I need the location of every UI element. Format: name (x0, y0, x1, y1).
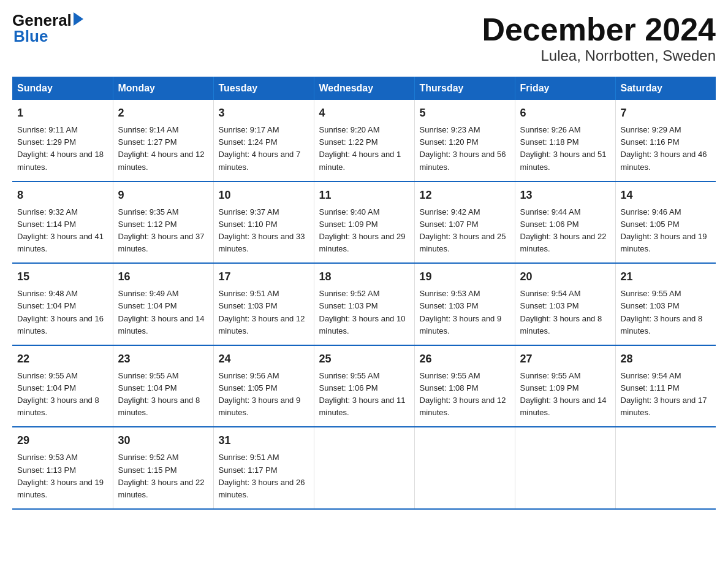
calendar-cell (515, 427, 615, 509)
calendar-cell: 7Sunrise: 9:29 AMSunset: 1:16 PMDaylight… (615, 100, 716, 182)
calendar-cell: 31Sunrise: 9:51 AMSunset: 1:17 PMDayligh… (213, 427, 314, 509)
calendar-cell: 12Sunrise: 9:42 AMSunset: 1:07 PMDayligh… (414, 182, 515, 264)
day-info: Sunrise: 9:44 AMSunset: 1:06 PMDaylight:… (520, 206, 610, 256)
day-info: Sunrise: 9:54 AMSunset: 1:11 PMDaylight:… (621, 370, 711, 419)
day-info: Sunrise: 9:17 AMSunset: 1:24 PMDaylight:… (219, 124, 309, 174)
day-number: 3 (219, 105, 309, 121)
day-info: Sunrise: 9:46 AMSunset: 1:05 PMDaylight:… (621, 206, 711, 256)
calendar-cell: 16Sunrise: 9:49 AMSunset: 1:04 PMDayligh… (113, 263, 213, 345)
day-info: Sunrise: 9:51 AMSunset: 1:17 PMDaylight:… (219, 451, 309, 501)
header-day-sunday: Sunday (12, 77, 113, 100)
day-info: Sunrise: 9:53 AMSunset: 1:03 PMDaylight:… (420, 288, 510, 337)
calendar-cell: 3Sunrise: 9:17 AMSunset: 1:24 PMDaylight… (213, 100, 314, 182)
calendar-cell: 18Sunrise: 9:52 AMSunset: 1:03 PMDayligh… (314, 263, 414, 345)
calendar-week-row: 15Sunrise: 9:48 AMSunset: 1:04 PMDayligh… (12, 263, 716, 345)
day-number: 1 (17, 105, 108, 121)
header-day-saturday: Saturday (615, 77, 716, 100)
day-number: 29 (17, 432, 108, 449)
calendar-cell: 17Sunrise: 9:51 AMSunset: 1:03 PMDayligh… (213, 263, 314, 345)
calendar-cell: 1Sunrise: 9:11 AMSunset: 1:29 PMDaylight… (12, 100, 113, 182)
calendar-cell: 20Sunrise: 9:54 AMSunset: 1:03 PMDayligh… (515, 263, 615, 345)
day-number: 26 (420, 351, 510, 367)
header-day-thursday: Thursday (414, 77, 515, 100)
day-number: 28 (621, 351, 711, 367)
calendar-cell: 29Sunrise: 9:53 AMSunset: 1:13 PMDayligh… (12, 427, 113, 509)
day-info: Sunrise: 9:55 AMSunset: 1:06 PMDaylight:… (319, 370, 409, 419)
day-number: 25 (319, 351, 409, 367)
day-number: 21 (621, 269, 711, 285)
day-number: 10 (219, 187, 309, 204)
day-info: Sunrise: 9:53 AMSunset: 1:13 PMDaylight:… (17, 451, 108, 501)
page-header: General Blue December 2024 Lulea, Norrbo… (12, 12, 716, 64)
calendar-cell (314, 427, 414, 509)
day-info: Sunrise: 9:32 AMSunset: 1:14 PMDaylight:… (17, 206, 108, 256)
calendar-cell: 25Sunrise: 9:55 AMSunset: 1:06 PMDayligh… (314, 345, 414, 427)
day-number: 6 (520, 105, 610, 121)
day-number: 18 (319, 269, 409, 285)
day-info: Sunrise: 9:52 AMSunset: 1:15 PMDaylight:… (118, 451, 208, 501)
calendar-cell: 4Sunrise: 9:20 AMSunset: 1:22 PMDaylight… (314, 100, 414, 182)
calendar-title: December 2024 (482, 12, 716, 47)
calendar-cell: 27Sunrise: 9:55 AMSunset: 1:09 PMDayligh… (515, 345, 615, 427)
logo-general-text: General (12, 12, 72, 28)
day-info: Sunrise: 9:55 AMSunset: 1:08 PMDaylight:… (420, 370, 510, 419)
calendar-cell: 15Sunrise: 9:48 AMSunset: 1:04 PMDayligh… (12, 263, 113, 345)
day-info: Sunrise: 9:56 AMSunset: 1:05 PMDaylight:… (219, 370, 309, 419)
day-number: 23 (118, 351, 208, 367)
calendar-cell: 2Sunrise: 9:14 AMSunset: 1:27 PMDaylight… (113, 100, 213, 182)
day-info: Sunrise: 9:37 AMSunset: 1:10 PMDaylight:… (219, 206, 309, 256)
day-info: Sunrise: 9:48 AMSunset: 1:04 PMDaylight:… (17, 288, 108, 337)
calendar-cell: 22Sunrise: 9:55 AMSunset: 1:04 PMDayligh… (12, 345, 113, 427)
day-info: Sunrise: 9:35 AMSunset: 1:12 PMDaylight:… (118, 206, 208, 256)
calendar-week-row: 29Sunrise: 9:53 AMSunset: 1:13 PMDayligh… (12, 427, 716, 509)
header-day-tuesday: Tuesday (213, 77, 314, 100)
day-number: 2 (118, 105, 208, 121)
day-number: 4 (319, 105, 409, 121)
calendar-cell: 8Sunrise: 9:32 AMSunset: 1:14 PMDaylight… (12, 182, 113, 264)
title-block: December 2024 Lulea, Norrbotten, Sweden (482, 12, 716, 64)
day-info: Sunrise: 9:55 AMSunset: 1:04 PMDaylight:… (118, 370, 208, 419)
calendar-header-row: SundayMondayTuesdayWednesdayThursdayFrid… (12, 77, 716, 100)
day-info: Sunrise: 9:55 AMSunset: 1:04 PMDaylight:… (17, 370, 108, 419)
day-number: 14 (621, 187, 711, 204)
day-number: 9 (118, 187, 208, 204)
logo-blue-text: Blue (13, 27, 48, 45)
day-number: 16 (118, 269, 208, 285)
day-info: Sunrise: 9:49 AMSunset: 1:04 PMDaylight:… (118, 288, 208, 337)
day-number: 24 (219, 351, 309, 367)
logo: General Blue (12, 12, 83, 44)
calendar-cell (414, 427, 515, 509)
day-number: 7 (621, 105, 711, 121)
day-number: 15 (17, 269, 108, 285)
day-info: Sunrise: 9:55 AMSunset: 1:03 PMDaylight:… (621, 288, 711, 337)
calendar-cell: 13Sunrise: 9:44 AMSunset: 1:06 PMDayligh… (515, 182, 615, 264)
calendar-cell: 6Sunrise: 9:26 AMSunset: 1:18 PMDaylight… (515, 100, 615, 182)
calendar-cell: 28Sunrise: 9:54 AMSunset: 1:11 PMDayligh… (615, 345, 716, 427)
day-number: 11 (319, 187, 409, 204)
calendar-cell: 11Sunrise: 9:40 AMSunset: 1:09 PMDayligh… (314, 182, 414, 264)
day-number: 22 (17, 351, 108, 367)
calendar-cell: 5Sunrise: 9:23 AMSunset: 1:20 PMDaylight… (414, 100, 515, 182)
day-info: Sunrise: 9:20 AMSunset: 1:22 PMDaylight:… (319, 124, 409, 174)
calendar-week-row: 8Sunrise: 9:32 AMSunset: 1:14 PMDaylight… (12, 182, 716, 264)
calendar-cell: 21Sunrise: 9:55 AMSunset: 1:03 PMDayligh… (615, 263, 716, 345)
calendar-table: SundayMondayTuesdayWednesdayThursdayFrid… (12, 77, 716, 510)
day-number: 13 (520, 187, 610, 204)
calendar-cell: 19Sunrise: 9:53 AMSunset: 1:03 PMDayligh… (414, 263, 515, 345)
day-number: 30 (118, 432, 208, 449)
day-info: Sunrise: 9:52 AMSunset: 1:03 PMDaylight:… (319, 288, 409, 337)
header-day-monday: Monday (113, 77, 213, 100)
day-info: Sunrise: 9:26 AMSunset: 1:18 PMDaylight:… (520, 124, 610, 174)
header-day-wednesday: Wednesday (314, 77, 414, 100)
day-info: Sunrise: 9:42 AMSunset: 1:07 PMDaylight:… (420, 206, 510, 256)
day-info: Sunrise: 9:14 AMSunset: 1:27 PMDaylight:… (118, 124, 208, 174)
day-number: 17 (219, 269, 309, 285)
logo-arrow-icon (74, 12, 83, 26)
calendar-week-row: 22Sunrise: 9:55 AMSunset: 1:04 PMDayligh… (12, 345, 716, 427)
day-info: Sunrise: 9:51 AMSunset: 1:03 PMDaylight:… (219, 288, 309, 337)
day-info: Sunrise: 9:55 AMSunset: 1:09 PMDaylight:… (520, 370, 610, 419)
day-info: Sunrise: 9:23 AMSunset: 1:20 PMDaylight:… (420, 124, 510, 174)
calendar-subtitle: Lulea, Norrbotten, Sweden (482, 47, 716, 64)
calendar-cell: 26Sunrise: 9:55 AMSunset: 1:08 PMDayligh… (414, 345, 515, 427)
day-info: Sunrise: 9:11 AMSunset: 1:29 PMDaylight:… (17, 124, 108, 174)
